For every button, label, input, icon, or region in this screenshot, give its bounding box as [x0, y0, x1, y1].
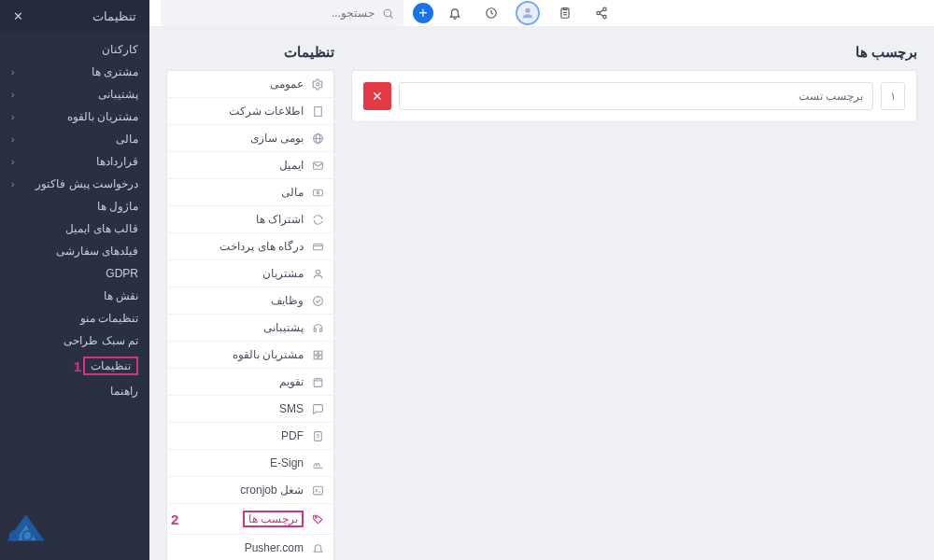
sidebar-item-label: ماژول ها [97, 200, 138, 213]
sidebar-item[interactable]: تنظیمات منو [0, 307, 149, 329]
search-box[interactable] [161, 0, 403, 26]
settings-item[interactable]: PDF [167, 423, 333, 450]
sidebar-item[interactable]: مالی‹ [0, 128, 149, 150]
svg-point-2 [602, 15, 606, 19]
add-button[interactable]: + [413, 3, 433, 23]
tag-name-input[interactable] [399, 82, 873, 110]
svg-line-3 [600, 10, 603, 12]
svg-text:RGO: RGO [7, 527, 34, 545]
settings-panel: عمومیاطلاعات شرکتبومی سازیایمیلمالیاشترا… [166, 70, 334, 560]
sidebar-item[interactable]: تم سبک طراحی [0, 329, 149, 352]
tag-delete-button[interactable]: ✕ [363, 82, 391, 110]
settings-item-label: وظایف [271, 294, 304, 307]
bell-icon [311, 542, 324, 554]
svg-rect-24 [313, 244, 322, 250]
share-icon[interactable] [589, 0, 613, 26]
settings-item[interactable]: مالی [167, 179, 333, 206]
avatar[interactable] [516, 1, 540, 25]
sidebar-item[interactable]: نقش ها [0, 285, 149, 307]
svg-rect-40 [313, 486, 322, 495]
settings-item-label: E-Sign [270, 456, 304, 469]
svg-rect-28 [314, 351, 318, 355]
sidebar-item[interactable]: GDPR [0, 262, 149, 285]
topbar: + [149, 0, 934, 27]
card-icon [311, 241, 324, 253]
svg-point-0 [602, 7, 606, 10]
settings-item[interactable]: برچسب ها2 [167, 504, 333, 535]
clipboard-icon[interactable] [553, 0, 576, 26]
settings-item-label: عمومی [270, 77, 304, 91]
sidebar-item[interactable]: راهنما [0, 380, 149, 402]
svg-rect-31 [318, 356, 322, 359]
logo: RGO [7, 508, 92, 553]
settings-heading: تنظیمات [166, 44, 334, 61]
settings-item[interactable]: درگاه های پرداخت [167, 233, 333, 260]
svg-rect-22 [313, 189, 322, 196]
settings-item-label: درگاه های پرداخت [219, 240, 304, 253]
svg-point-1 [596, 11, 600, 15]
sidebar-item[interactable]: پشتیبانی‹ [0, 83, 149, 105]
settings-item-label: مشتریان بالقوه [233, 348, 304, 361]
svg-point-8 [525, 8, 530, 13]
settings-item-label: پشتیبانی [263, 321, 304, 334]
svg-point-10 [384, 9, 391, 17]
sidebar-item[interactable]: فیلدهای سفارشی [0, 240, 149, 262]
chevron-left-icon: ‹ [11, 67, 14, 77]
settings-item-label: اطلاعات شرکت [229, 105, 304, 118]
chevron-left-icon: ‹ [11, 90, 14, 100]
headset-icon [311, 322, 324, 334]
settings-item[interactable]: E-Sign [167, 450, 333, 477]
tags-panel: ۱ ✕ [351, 70, 917, 122]
sidebar-item[interactable]: قالب های ایمیل [0, 217, 149, 240]
sidebar-item-label: مشتریان بالقوه [67, 110, 138, 123]
settings-item[interactable]: پشتیبانی [167, 315, 333, 342]
settings-item[interactable]: شغل cronjob [167, 477, 333, 504]
sidebar-item[interactable]: مشتری ها‹ [0, 61, 149, 83]
calendar-icon [311, 376, 324, 388]
sidebar-item[interactable]: مشتریان بالقوه‹ [0, 105, 149, 128]
sidebar-item[interactable]: کارکنان [0, 38, 149, 61]
sidebar-item[interactable]: تنظیمات1 [0, 352, 149, 380]
settings-item[interactable]: عمومی [167, 71, 333, 98]
svg-point-27 [313, 296, 322, 305]
settings-item[interactable]: مشتریان بالقوه [167, 342, 333, 369]
settings-item[interactable]: اشتراک ها [167, 206, 333, 233]
settings-item[interactable]: بومی سازی [167, 125, 333, 152]
sidebar-item-label: فیلدهای سفارشی [56, 245, 138, 258]
close-icon[interactable]: ✕ [13, 9, 23, 23]
settings-item[interactable]: ایمیل [167, 152, 333, 179]
search-input[interactable] [170, 7, 375, 20]
settings-item-label: شغل cronjob [240, 483, 304, 497]
svg-point-42 [315, 516, 317, 518]
bell-icon[interactable] [443, 0, 466, 26]
sidebar-item[interactable]: قراردادها‹ [0, 150, 149, 173]
settings-item-label: مالی [281, 186, 304, 199]
settings-item[interactable]: اطلاعات شرکت [167, 98, 333, 125]
sidebar-item-label: قراردادها [96, 155, 138, 168]
settings-item-label: PDF [281, 429, 304, 442]
settings-item[interactable]: مشتریان [167, 260, 333, 287]
svg-point-23 [317, 191, 319, 194]
tag-number: ۱ [881, 82, 905, 110]
settings-item[interactable]: تقویم [167, 369, 333, 396]
sidebar-item-label: مالی [116, 133, 138, 146]
settings-item[interactable]: وظایف [167, 287, 333, 315]
sidebar-item-label: کارکنان [102, 43, 138, 56]
chat-icon [311, 403, 324, 415]
settings-item[interactable]: SMS [167, 396, 333, 423]
settings-item[interactable]: Pusher.com [167, 535, 333, 560]
chevron-left-icon: ‹ [11, 157, 14, 167]
svg-rect-30 [314, 356, 318, 359]
sidebar-item[interactable]: درخواست پیش فاکتور‹ [0, 173, 149, 195]
terminal-icon [311, 484, 324, 497]
svg-point-26 [316, 270, 319, 273]
sidebar-item-label: تنظیمات [83, 357, 138, 375]
refresh-icon [311, 214, 324, 226]
svg-line-4 [600, 14, 603, 16]
sidebar-header: تنظیمات ✕ [0, 0, 149, 33]
sidebar-item[interactable]: ماژول ها [0, 195, 149, 217]
sign-icon [311, 457, 324, 469]
clock-icon[interactable] [479, 0, 502, 26]
settings-item-label: Pusher.com [245, 541, 304, 554]
settings-item-label: SMS [279, 402, 304, 415]
